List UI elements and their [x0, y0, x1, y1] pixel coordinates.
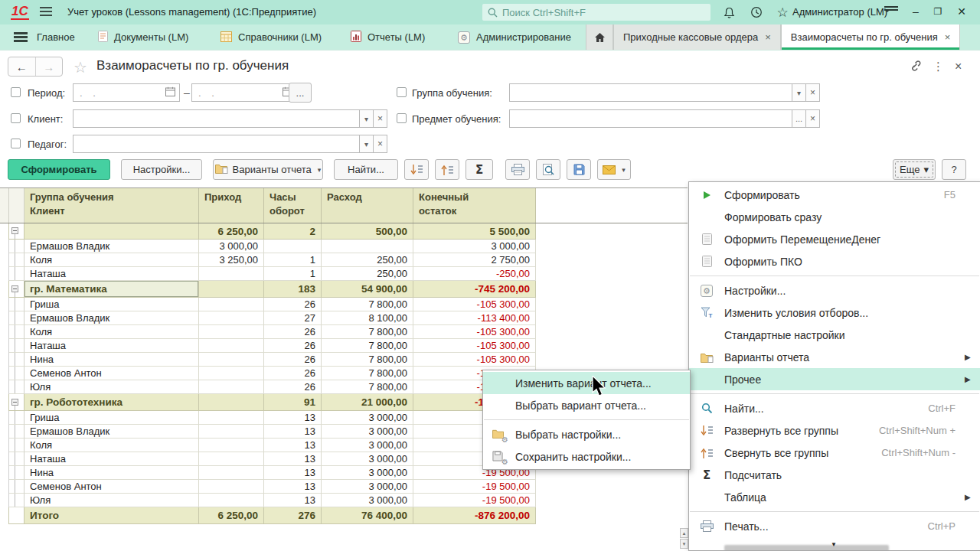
- cell-income[interactable]: [199, 325, 264, 339]
- cell-expense[interactable]: 3 000,00: [322, 425, 413, 439]
- cell-name[interactable]: Итого: [24, 507, 199, 524]
- collapse-group-icon[interactable]: [11, 399, 18, 406]
- cell-income[interactable]: [199, 411, 264, 425]
- cell-balance[interactable]: 3 000,00: [413, 240, 536, 253]
- cell-name[interactable]: Ермашов Владик: [24, 240, 199, 253]
- cell-expense[interactable]: 3 000,00: [322, 466, 413, 480]
- group-input[interactable]: [509, 83, 792, 102]
- menu-item[interactable]: Печать...Ctrl+P: [689, 515, 980, 537]
- table-row[interactable]: Ермашов Владик278 100,00-113 400,00: [0, 311, 688, 325]
- get-link-icon[interactable]: [908, 59, 922, 75]
- cell-expense[interactable]: 3 000,00: [322, 480, 413, 494]
- report-variants-button[interactable]: Варианты отчета▾: [213, 159, 323, 180]
- menu-item[interactable]: Выбрать вариант отчета...: [483, 394, 690, 416]
- teacher-input[interactable]: [73, 135, 360, 153]
- cell-expense[interactable]: 54 900,00: [322, 281, 413, 298]
- table-group-row[interactable]: гр. Математика18354 900,00-745 200,00: [0, 281, 688, 298]
- close-form-icon[interactable]: ×: [955, 60, 962, 73]
- teacher-checkbox[interactable]: [11, 139, 21, 148]
- cell-income[interactable]: [199, 452, 264, 466]
- cell-expense[interactable]: 7 800,00: [322, 367, 413, 380]
- col-header-hours[interactable]: Часыоборот: [264, 188, 322, 223]
- subject-input[interactable]: [509, 109, 792, 128]
- cell-income[interactable]: [199, 311, 264, 325]
- cell-income[interactable]: [199, 267, 264, 281]
- cell-income[interactable]: [199, 281, 264, 298]
- cell-hours[interactable]: 1: [264, 267, 322, 281]
- section-reports[interactable]: Отчеты (LM): [351, 24, 425, 50]
- sum-button[interactable]: Σ: [466, 159, 493, 180]
- table-row[interactable]: Семенов Антон133 000,00-19 500,00: [0, 480, 688, 494]
- tab-home[interactable]: [586, 24, 613, 50]
- cell-name[interactable]: Юля: [24, 380, 199, 394]
- cell-name[interactable]: Наташа: [24, 267, 199, 281]
- collapse-group-icon[interactable]: [11, 227, 18, 234]
- generate-button[interactable]: Сформировать: [8, 159, 110, 180]
- cell-hours[interactable]: 13: [264, 452, 322, 466]
- print-button[interactable]: [505, 159, 530, 180]
- cell-expense[interactable]: 3 000,00: [322, 411, 413, 425]
- table-row[interactable]: Наташа267 800,00-105 300,00: [0, 339, 688, 353]
- cell-name[interactable]: Семенов Антон: [24, 480, 199, 494]
- col-header-group-client[interactable]: Группа обученияКлиент: [24, 188, 199, 223]
- print-preview-button[interactable]: [536, 159, 560, 180]
- scroll-up-button[interactable]: ▲: [680, 528, 688, 538]
- cell-hours[interactable]: 13: [264, 439, 322, 452]
- menu-item[interactable]: Варианты отчета▶: [689, 346, 980, 368]
- cell-name[interactable]: Ермашов Владик: [24, 311, 199, 325]
- cell-expense[interactable]: 250,00: [322, 253, 413, 267]
- cell-hours[interactable]: [264, 240, 322, 253]
- cell-balance[interactable]: -876 200,00: [413, 507, 536, 524]
- period-from-input[interactable]: . .: [73, 83, 180, 102]
- client-clear-button[interactable]: ×: [374, 109, 387, 128]
- cell-hours[interactable]: 26: [264, 339, 322, 353]
- section-catalogs[interactable]: Справочники (LM): [220, 24, 322, 50]
- cell-balance[interactable]: -745 200,00: [413, 281, 536, 298]
- cell-income[interactable]: 6 250,00: [199, 223, 264, 240]
- cell-income[interactable]: [199, 394, 264, 411]
- table-row[interactable]: Нина267 800,00-105 300,00: [0, 353, 688, 367]
- collapse-groups-button[interactable]: [435, 159, 459, 180]
- period-checkbox[interactable]: [11, 87, 21, 97]
- menu-item[interactable]: ⚙Выбрать настройки...: [483, 423, 690, 445]
- save-button[interactable]: [567, 159, 591, 180]
- cell-income[interactable]: [199, 353, 264, 367]
- settings-button[interactable]: Настройки...: [121, 159, 202, 180]
- cell-balance[interactable]: -105 300,00: [413, 325, 536, 339]
- table-total-row[interactable]: Итого6 250,0027676 400,00-876 200,00: [0, 507, 688, 524]
- cell-income[interactable]: [199, 439, 264, 452]
- cell-name[interactable]: Коля: [24, 253, 199, 267]
- cell-income[interactable]: [199, 367, 264, 380]
- cell-expense[interactable]: 7 800,00: [322, 339, 413, 353]
- cell-income[interactable]: [199, 339, 264, 353]
- back-button[interactable]: ←: [8, 57, 36, 76]
- section-administration[interactable]: ⚙ Администрирование: [458, 24, 571, 50]
- cell-name[interactable]: Нина: [24, 353, 199, 367]
- cell-name[interactable]: гр. Математика: [24, 281, 199, 298]
- cell-income[interactable]: 3 250,00: [199, 253, 264, 267]
- section-main[interactable]: Главное: [37, 24, 75, 50]
- cell-expense[interactable]: 3 000,00: [322, 452, 413, 466]
- scroll-down-button[interactable]: ▼: [680, 539, 688, 549]
- cell-hours[interactable]: 26: [264, 353, 322, 367]
- find-button[interactable]: Найти...: [334, 159, 398, 180]
- table-row[interactable]: Коля267 800,00-105 300,00: [0, 325, 688, 339]
- menu-scroll-down-icon[interactable]: ▼: [831, 541, 837, 548]
- cell-expense[interactable]: 500,00: [322, 223, 413, 240]
- cell-income[interactable]: [199, 380, 264, 394]
- cell-income[interactable]: [199, 466, 264, 480]
- restore-button[interactable]: ❐: [928, 3, 948, 20]
- menu-item[interactable]: ΣПодсчитать: [689, 464, 980, 486]
- table-row[interactable]: Наташа1250,00-250,00: [0, 267, 688, 281]
- cell-expense[interactable]: 7 800,00: [322, 325, 413, 339]
- col-header-income[interactable]: Приход: [199, 188, 264, 223]
- cell-hours[interactable]: 26: [264, 298, 322, 311]
- period-more-button[interactable]: ...: [289, 83, 312, 103]
- cell-hours[interactable]: 91: [264, 394, 322, 411]
- tab-settlements[interactable]: Взаиморасчеты по гр. обучения ×: [781, 24, 961, 50]
- menu-item[interactable]: Оформить ПеремещениеДенег: [689, 228, 980, 250]
- tab-cash-orders[interactable]: Приходные кассовые ордера ×: [613, 24, 781, 50]
- client-checkbox[interactable]: [11, 113, 21, 123]
- expand-groups-button[interactable]: [404, 159, 429, 180]
- client-input[interactable]: [73, 109, 360, 128]
